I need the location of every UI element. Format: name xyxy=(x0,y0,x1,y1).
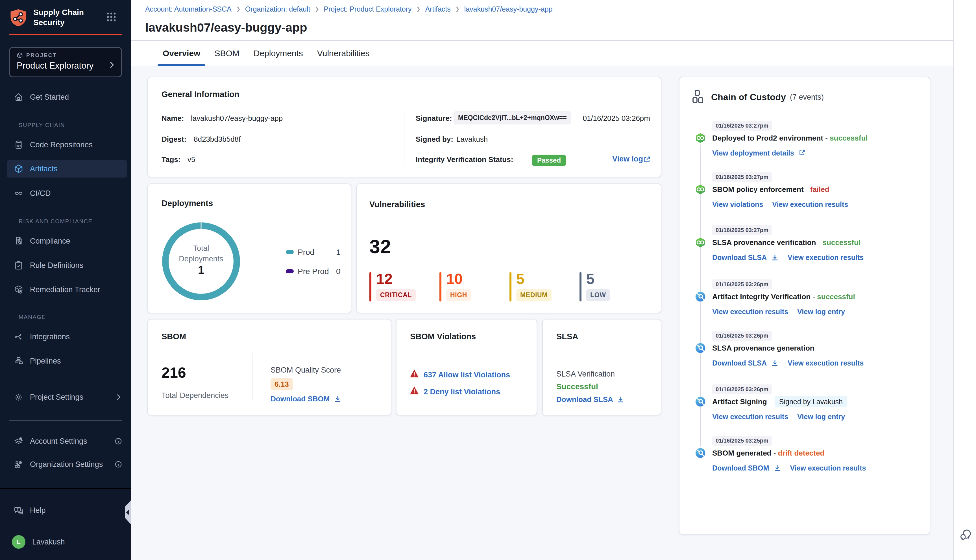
svg-text:?: ? xyxy=(17,508,18,512)
